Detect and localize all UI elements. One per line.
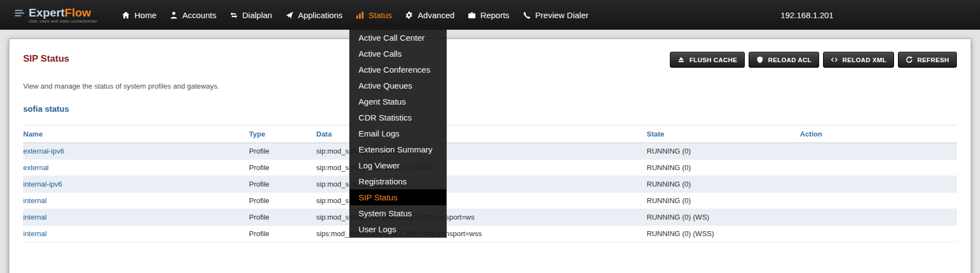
menu-item-cdr-statistics[interactable]: CDR Statistics [350, 110, 446, 125]
menu-item-extension-summary[interactable]: Extension Summary [350, 141, 446, 157]
cell-name: internal [23, 209, 249, 226]
logo-expert: Expert [29, 6, 64, 19]
content-card: SIP Status FLUSH CACHE RELOAD ACL RELOAD… [9, 39, 971, 273]
cell-state: RUNNING (0) [647, 176, 800, 193]
section-heading: sofia status [23, 104, 957, 114]
cell-action [800, 193, 957, 209]
logo-text: ExpertFlow [29, 7, 98, 19]
nav-label: Dialplan [242, 10, 272, 20]
cell-action [800, 143, 957, 160]
cell-name: external-ipv6 [23, 143, 249, 160]
profile-link[interactable]: internal [23, 213, 47, 221]
reload-acl-button[interactable]: RELOAD ACL [749, 52, 819, 68]
page-description: View and manage the status of system pro… [23, 82, 957, 91]
nav-item-advanced[interactable]: Advanced [398, 0, 461, 30]
menu-item-sip-status[interactable]: SIP Status [350, 189, 446, 205]
menu-item-user-logs[interactable]: User Logs [350, 221, 446, 237]
button-label: REFRESH [917, 57, 949, 63]
logo[interactable]: ExpertFlow chat, voice and video contact… [14, 7, 105, 24]
table-row: internal Profile sip:mod_sofia@192.168.1… [23, 209, 957, 226]
home-icon [122, 11, 130, 19]
menu-item-active-calls[interactable]: Active Calls [350, 46, 446, 62]
eject-icon [678, 56, 685, 63]
column-header-type: Type [249, 125, 316, 143]
cell-type: Profile [249, 193, 316, 209]
sofia-status-table: Name Type Data State Action external-ipv… [23, 125, 957, 242]
table-header-row: Name Type Data State Action [23, 125, 957, 143]
cell-action [800, 160, 957, 176]
nav-label: Advanced [418, 10, 454, 20]
cell-action [800, 176, 957, 193]
column-header-action: Action [800, 125, 957, 143]
profile-link[interactable]: external [23, 163, 48, 172]
menu-item-registrations[interactable]: Registrations [350, 173, 446, 189]
nav-item-accounts[interactable]: Accounts [163, 0, 223, 30]
cell-type: Profile [249, 143, 316, 160]
nav-label: Applications [298, 10, 343, 20]
menu-item-log-viewer[interactable]: Log Viewer [350, 157, 446, 173]
card-header: SIP Status FLUSH CACHE RELOAD ACL RELOAD… [23, 49, 957, 68]
main-nav: Home Accounts Dialplan Applications Stat… [115, 0, 595, 30]
shield-icon [756, 56, 764, 63]
cell-name: internal [23, 193, 249, 209]
bar-chart-icon [356, 11, 364, 19]
flush-cache-button[interactable]: FLUSH CACHE [670, 52, 745, 68]
nav-item-home[interactable]: Home [115, 0, 163, 30]
nav-item-reports[interactable]: Reports [461, 0, 516, 30]
table-row: internal Profile sips:mod_sofia@192.168.… [23, 226, 957, 242]
logo-lines-icon [14, 8, 25, 19]
cell-state: RUNNING (0) [647, 160, 800, 176]
table-row: external Profile sip:mod_sofia@192.168.1… [23, 160, 957, 176]
cell-type: Profile [249, 176, 316, 193]
button-label: FLUSH CACHE [689, 57, 737, 63]
gear-icon [405, 11, 413, 19]
button-label: RELOAD XML [842, 57, 886, 63]
table-row: internal-ipv6 Profile sip:mod_sofia@[::1… [23, 176, 957, 193]
cell-name: internal [23, 226, 249, 242]
nav-item-preview-dialer[interactable]: Preview Dialer [516, 0, 595, 30]
menu-item-active-conferences[interactable]: Active Conferences [350, 62, 446, 78]
nav-label: Home [134, 10, 156, 20]
nav-label: Accounts [182, 10, 216, 20]
cell-type: Profile [249, 160, 316, 176]
profile-link[interactable]: internal-ipv6 [23, 180, 62, 188]
reload-xml-button[interactable]: RELOAD XML [823, 52, 894, 68]
profile-link[interactable]: external-ipv6 [23, 147, 64, 155]
code-icon [831, 56, 838, 63]
column-header-state: State [647, 125, 800, 143]
cell-name: internal-ipv6 [23, 176, 249, 193]
status-dropdown-menu: Active Call Center Active Calls Active C… [349, 30, 447, 238]
top-navbar: ExpertFlow chat, voice and video contact… [0, 0, 980, 30]
menu-item-active-queues[interactable]: Active Queues [350, 78, 446, 94]
menu-item-system-status[interactable]: System Status [350, 205, 446, 221]
button-label: RELOAD ACL [768, 57, 811, 63]
nav-item-dialplan[interactable]: Dialplan [223, 0, 279, 30]
column-header-name: Name [23, 125, 249, 143]
briefcase-icon [468, 11, 476, 19]
profile-link[interactable]: internal [23, 196, 47, 205]
menu-item-active-call-center[interactable]: Active Call Center [350, 30, 446, 46]
table-row: external-ipv6 Profile sip:mod_sofia@[::1… [23, 143, 957, 160]
nav-item-status[interactable]: Status Active Call Center Active Calls A… [349, 0, 399, 30]
profile-link[interactable]: internal [23, 230, 47, 238]
refresh-button[interactable]: REFRESH [898, 52, 957, 68]
paper-plane-icon [285, 11, 294, 19]
cell-action [800, 209, 957, 226]
phone-icon [523, 11, 531, 19]
logo-flow: Flow [64, 6, 91, 19]
cell-state: RUNNING (0) [647, 193, 800, 209]
cell-state: RUNNING (0) (WSS) [647, 226, 800, 242]
cell-type: Profile [249, 226, 316, 242]
cell-state: RUNNING (0) [647, 143, 800, 160]
menu-item-email-logs[interactable]: Email Logs [350, 125, 446, 141]
table-row: internal Profile sip:mod_sofia@192.168.1… [23, 193, 957, 209]
exchange-arrows-icon [230, 11, 238, 19]
server-address: 192.168.1.201 [781, 10, 833, 20]
toolbar: FLUSH CACHE RELOAD ACL RELOAD XML REFRES… [670, 52, 957, 68]
cell-name: external [23, 160, 249, 176]
menu-item-agent-status[interactable]: Agent Status [350, 94, 446, 110]
nav-label: Status [369, 10, 392, 20]
cell-action [800, 226, 957, 242]
nav-item-applications[interactable]: Applications [279, 0, 349, 30]
nav-label: Preview Dialer [535, 10, 589, 20]
